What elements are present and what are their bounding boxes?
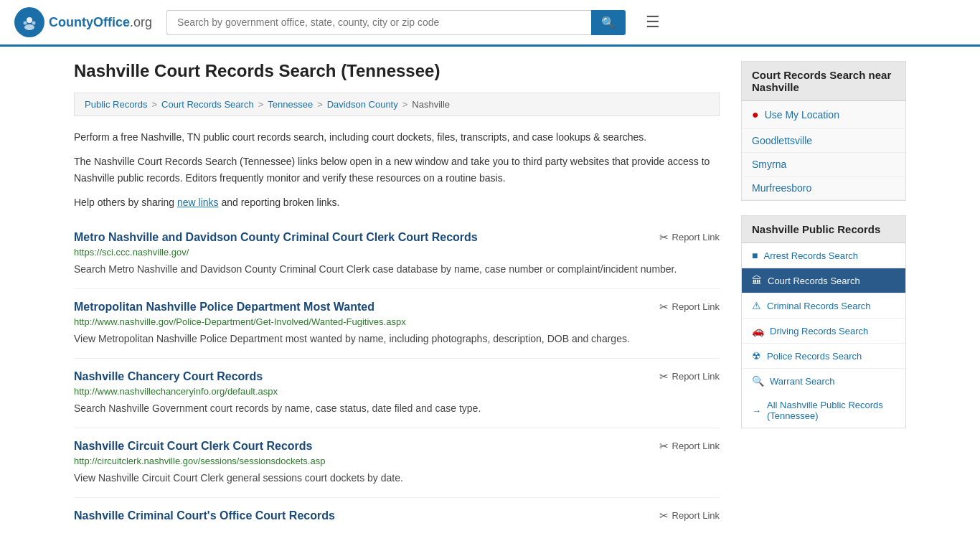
page-title: Nashville Court Records Search (Tennesse… (74, 61, 720, 81)
report-link-button[interactable]: ✂ Report Link (659, 370, 720, 383)
breadcrumb-davidson-county[interactable]: Davidson County (327, 99, 398, 110)
menu-button[interactable]: ☰ (640, 10, 666, 34)
record-icon: ⚠ (752, 300, 761, 311)
all-records-link[interactable]: → All Nashville Public Records (Tennesse… (742, 393, 905, 428)
sidebar-public-records-section: Nashville Public Records ■Arrest Records… (741, 215, 906, 428)
search-icon: 🔍 (601, 17, 616, 29)
scissors-icon: ✂ (659, 370, 669, 383)
report-link-button[interactable]: ✂ Report Link (659, 301, 720, 314)
record-title[interactable]: Nashville Circuit Court Clerk Court Reco… (74, 440, 313, 453)
sidebar-records-list: ■Arrest Records Search🏛Court Records Sea… (742, 243, 905, 393)
svg-point-1 (27, 17, 32, 23)
record-icon: ☢ (752, 350, 761, 362)
arrow-icon: → (752, 405, 761, 416)
scissors-icon: ✂ (659, 440, 669, 453)
search-button[interactable]: 🔍 (591, 10, 626, 35)
breadcrumb-sep-1: > (151, 99, 157, 110)
record-description: View Metropolitan Nashville Police Depar… (74, 331, 720, 347)
sidebar-record-label: Driving Records Search (770, 326, 868, 336)
intro-paragraph-2: The Nashville Court Records Search (Tenn… (74, 154, 720, 186)
sidebar: Court Records Search near Nashville ● Us… (741, 61, 906, 534)
nearby-murfreesboro[interactable]: Murfreesboro (742, 176, 905, 200)
sidebar-nearby-section: Court Records Search near Nashville ● Us… (741, 61, 906, 201)
sidebar-record-label: Court Records Search (768, 276, 860, 286)
location-icon: ● (752, 108, 759, 121)
site-logo[interactable]: CountyOffice.org (14, 7, 152, 37)
sidebar-record-label: Police Records Search (767, 351, 862, 362)
breadcrumb-sep-2: > (258, 99, 264, 110)
nearby-smyrna[interactable]: Smyrna (742, 153, 905, 176)
record-entry: Nashville Criminal Court's Office Court … (74, 498, 720, 534)
record-entry: Nashville Circuit Court Clerk Court Reco… (74, 428, 720, 498)
record-entry: Nashville Chancery Court Records ✂ Repor… (74, 359, 720, 428)
global-search: 🔍 (166, 10, 626, 35)
breadcrumb: Public Records > Court Records Search > … (74, 93, 720, 116)
records-list: Metro Nashville and Davidson County Crim… (74, 220, 720, 534)
svg-point-4 (32, 22, 36, 25)
scissors-icon: ✂ (659, 509, 669, 522)
breadcrumb-public-records[interactable]: Public Records (85, 99, 147, 110)
sidebar-nearby-heading: Court Records Search near Nashville (742, 62, 905, 101)
site-header: CountyOffice.org 🔍 ☰ (0, 0, 980, 47)
record-description: Search Metro Nashville and Davidson Coun… (74, 262, 720, 277)
sidebar-record-label: Warrant Search (770, 376, 835, 387)
hamburger-icon: ☰ (646, 13, 660, 31)
record-entry: Metro Nashville and Davidson County Crim… (74, 220, 720, 289)
sidebar-record-label: Arrest Records Search (763, 250, 858, 261)
breadcrumb-sep-4: > (402, 99, 408, 110)
record-url: http://circuitclerk.nashville.gov/sessio… (74, 456, 720, 466)
sidebar-record-label: Criminal Records Search (767, 301, 871, 311)
content-area: Nashville Court Records Search (Tennesse… (74, 61, 720, 534)
sidebar-record-item-warrant-search[interactable]: 🔍Warrant Search (742, 369, 905, 393)
record-icon: ■ (752, 250, 758, 261)
record-description: View Nashville Circuit Court Clerk gener… (74, 471, 720, 486)
record-url: http://www.nashvillechanceryinfo.org/def… (74, 386, 720, 397)
record-description: Search Nashville Government court record… (74, 401, 720, 416)
breadcrumb-tennessee[interactable]: Tennessee (268, 99, 313, 110)
search-input[interactable] (166, 10, 591, 35)
sidebar-public-records-heading: Nashville Public Records (742, 216, 905, 243)
breadcrumb-sep-3: > (317, 99, 323, 110)
sidebar-record-item-court-records-search[interactable]: 🏛Court Records Search (742, 268, 905, 293)
intro-paragraph-1: Perform a free Nashville, TN public cour… (74, 129, 720, 145)
record-icon: 🚗 (752, 325, 764, 336)
logo-icon (14, 7, 44, 37)
report-link-button[interactable]: ✂ Report Link (659, 231, 720, 244)
report-link-button[interactable]: ✂ Report Link (659, 509, 720, 522)
scissors-icon: ✂ (659, 231, 669, 244)
new-links-link[interactable]: new links (177, 197, 219, 208)
record-title[interactable]: Nashville Chancery Court Records (74, 370, 263, 383)
main-container: Nashville Court Records Search (Tennesse… (60, 47, 920, 548)
record-icon: 🏛 (752, 275, 762, 286)
use-my-location-link[interactable]: ● Use My Location (742, 101, 905, 129)
scissors-icon: ✂ (659, 301, 669, 314)
intro-paragraph-3: Help others by sharing new links and rep… (74, 194, 720, 210)
record-title[interactable]: Nashville Criminal Court's Office Court … (74, 509, 335, 522)
breadcrumb-nashville: Nashville (412, 99, 450, 110)
svg-point-3 (24, 22, 27, 25)
sidebar-record-item-police-records-search[interactable]: ☢Police Records Search (742, 344, 905, 369)
report-link-button[interactable]: ✂ Report Link (659, 440, 720, 453)
sidebar-record-item-criminal-records-search[interactable]: ⚠Criminal Records Search (742, 293, 905, 319)
svg-point-2 (24, 24, 34, 30)
record-url: http://www.nashville.gov/Police-Departme… (74, 316, 720, 327)
record-title[interactable]: Metropolitan Nashville Police Department… (74, 301, 374, 314)
record-title[interactable]: Metro Nashville and Davidson County Crim… (74, 231, 478, 244)
nearby-goodlettsville[interactable]: Goodlettsville (742, 129, 905, 153)
breadcrumb-court-records-search[interactable]: Court Records Search (161, 99, 254, 110)
sidebar-record-item-arrest-records-search[interactable]: ■Arrest Records Search (742, 243, 905, 268)
record-url: https://sci.ccc.nashville.gov/ (74, 247, 720, 258)
logo-text: CountyOffice.org (49, 15, 152, 30)
sidebar-record-item-driving-records-search[interactable]: 🚗Driving Records Search (742, 319, 905, 344)
record-entry: Metropolitan Nashville Police Department… (74, 289, 720, 359)
record-icon: 🔍 (752, 375, 764, 387)
